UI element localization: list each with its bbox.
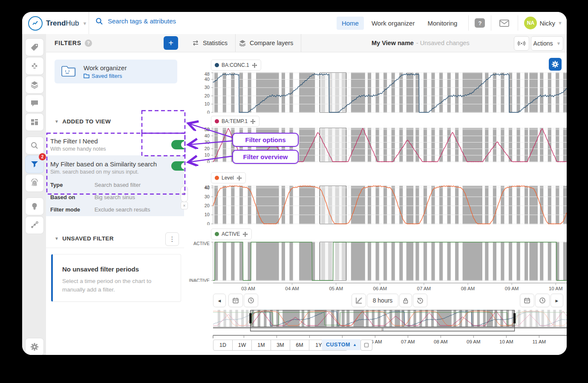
nav-work-organizer[interactable]: Work organizer: [366, 17, 420, 30]
sidebar-item-layers[interactable]: [25, 76, 44, 94]
brush-handle-left[interactable]: [249, 313, 251, 323]
svg-text:06 AM: 06 AM: [373, 286, 387, 291]
range-1d[interactable]: 1D: [213, 340, 233, 351]
filters-help-icon[interactable]: ?: [85, 40, 92, 47]
filter-1-subtitle: With some handy notes: [50, 146, 184, 152]
section-divider: [46, 248, 184, 248]
filter-item-2[interactable]: My Filter based on a Similarity search S…: [46, 155, 184, 216]
formula-icon: [30, 62, 39, 70]
folder-smiley-icon: [60, 63, 78, 80]
legend-active[interactable]: ACTIVE: [211, 229, 252, 240]
range-3m[interactable]: 3M: [271, 340, 290, 351]
user-menu-caret-icon[interactable]: ▼: [558, 20, 562, 26]
sidebar-item-tags[interactable]: [25, 38, 44, 56]
svg-text:10: 10: [205, 152, 210, 157]
work-organizer-card[interactable]: Work organizer Saved filters: [55, 60, 177, 83]
range-1w[interactable]: 1W: [232, 340, 252, 351]
brand-name: TrendHub: [46, 19, 79, 28]
move-icon[interactable]: [236, 175, 242, 181]
range-6m[interactable]: 6M: [290, 340, 309, 351]
range-custom-button[interactable]: CUSTOM▲: [322, 339, 361, 350]
sidebar-item-ideas[interactable]: [25, 197, 44, 215]
broadcast-button[interactable]: [514, 36, 529, 51]
sidebar-item-connections[interactable]: [25, 216, 44, 234]
tag-icon: [30, 43, 39, 51]
tab-statistics[interactable]: Statistics: [184, 34, 236, 52]
clock-icon: [248, 297, 254, 304]
brush-handle-right[interactable]: [513, 313, 516, 323]
history-button[interactable]: [413, 294, 427, 307]
filter-2-basedon-row: Based on Big search sinus: [50, 194, 135, 200]
help-icon[interactable]: ?: [475, 18, 485, 28]
app-header: TrendHub ▼ Home Work organizer Monitorin…: [22, 12, 567, 34]
chart-settings-button[interactable]: [549, 58, 562, 71]
overview-svg[interactable]: II: [184, 310, 567, 334]
range-1m[interactable]: 1M: [251, 340, 271, 351]
chart-svg-level[interactable]: 42403020100: [184, 186, 567, 225]
legend-temp[interactable]: BA:TEMP.1: [211, 116, 259, 127]
calendar-to-button[interactable]: [520, 294, 534, 307]
messages-icon[interactable]: [499, 19, 510, 27]
sidebar-item-settings[interactable]: [25, 338, 44, 355]
filters-panel-header: FILTERS ? +: [46, 34, 184, 52]
svg-text:30: 30: [205, 85, 210, 90]
clock-icon2: [539, 297, 546, 304]
filter-item-1[interactable]: The Filter I Need With some handy notes …: [46, 133, 184, 156]
expand-range-button[interactable]: [360, 340, 372, 351]
panel-close-button[interactable]: ×: [181, 202, 188, 209]
legend-dot-temp: [215, 119, 219, 123]
search-input[interactable]: [107, 17, 236, 25]
svg-text:30: 30: [205, 194, 210, 199]
time-from-button[interactable]: [244, 294, 258, 307]
time-to-button[interactable]: [535, 294, 550, 307]
connections-icon: [30, 221, 39, 229]
view-title: My View name- Unsaved changes: [372, 34, 470, 52]
move-icon[interactable]: [252, 63, 257, 68]
unsaved-filter-menu-button[interactable]: ⋮: [165, 232, 179, 246]
tab-compare-layers[interactable]: Compare layers: [231, 34, 301, 52]
sidebar-item-search[interactable]: [25, 137, 44, 154]
chart-svg-conc[interactable]: 48403020100: [184, 72, 567, 114]
move-icon[interactable]: [242, 232, 248, 237]
duration-button[interactable]: 8 hours: [367, 294, 398, 307]
sidebar-item-comments[interactable]: [25, 94, 44, 112]
chart-svg-active[interactable]: ACTIVEINACTIVE: [184, 242, 567, 282]
added-to-view-section[interactable]: ▼ ADDED TO VIEW: [55, 118, 111, 125]
nav-home[interactable]: Home: [337, 17, 364, 30]
search-icon: [95, 17, 103, 25]
saved-filters-link[interactable]: Saved filters: [84, 73, 127, 79]
sidebar-item-fingerprint[interactable]: [25, 174, 44, 192]
svg-text:03 AM: 03 AM: [241, 286, 255, 291]
user-name[interactable]: Nicky: [539, 20, 555, 27]
unsaved-filter-section[interactable]: ▼ UNSAVED FILTER: [55, 235, 114, 242]
nav-monitoring[interactable]: Monitoring: [422, 17, 462, 30]
collapse-triangle-icon2: ▼: [55, 236, 59, 241]
svg-text:50: 50: [205, 128, 210, 132]
lock-range-button[interactable]: [399, 294, 412, 307]
add-filter-button[interactable]: +: [164, 36, 178, 50]
compare-layers-icon: [239, 40, 246, 46]
app-logo[interactable]: TrendHub ▼: [28, 16, 87, 31]
sidebar-item-calculations[interactable]: [25, 57, 44, 75]
move-icon[interactable]: [250, 119, 256, 124]
sidebar-item-dashboard[interactable]: [25, 113, 44, 131]
brush-grip[interactable]: II: [381, 327, 383, 332]
interpolation-button[interactable]: [352, 294, 366, 307]
nav-divider3: [518, 15, 518, 31]
filter-icon: [30, 160, 39, 169]
fingerprint-icon: [30, 179, 39, 187]
legend-conc[interactable]: BA:CONC.1: [211, 60, 261, 71]
brand-caret-icon[interactable]: ▼: [82, 21, 87, 26]
actions-button[interactable]: Actions▼: [531, 36, 563, 51]
user-avatar[interactable]: NA: [524, 17, 537, 29]
svg-text:ACTIVE: ACTIVE: [193, 242, 210, 246]
panel-resize-handle[interactable]: ‖: [181, 186, 188, 202]
chart-settings-gear-icon: [551, 60, 559, 68]
pan-left-button[interactable]: ◂: [213, 294, 226, 307]
sidebar-item-filters[interactable]: 2: [25, 155, 44, 173]
legend-level[interactable]: Level: [211, 172, 246, 183]
calendar-icon: [232, 297, 239, 304]
pan-right-button[interactable]: ▸: [551, 294, 563, 307]
calendar-from-button[interactable]: [228, 294, 243, 307]
step-line-icon: [355, 297, 363, 304]
